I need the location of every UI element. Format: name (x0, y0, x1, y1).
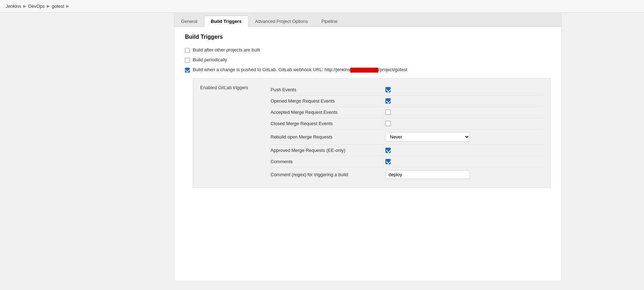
breadcrumb-jenkins[interactable]: Jenkins (6, 4, 21, 9)
trigger-control-opened-mr (385, 98, 391, 104)
input-comment-regex[interactable] (385, 170, 470, 179)
checkbox-build-after[interactable] (185, 48, 190, 53)
trigger-name-accepted-mr: Accepted Merge Request Events (271, 110, 380, 115)
webhook-redacted (350, 68, 378, 73)
trigger-row-comment-regex: Comment (regex) for triggering a build (271, 167, 543, 182)
trigger-row-push-events: Push Events (271, 84, 543, 95)
webhook-label: Build when a change is pushed to GitLab.… (193, 67, 407, 73)
checkbox-push-events[interactable] (385, 87, 391, 92)
check-row-build-periodically: Build periodically (185, 57, 551, 63)
trigger-row-opened-mr: Opened Merge Request Events (271, 95, 543, 107)
breadcrumb-gotest[interactable]: gotest (52, 4, 64, 9)
breadcrumb-devops[interactable]: DevOps (28, 4, 45, 9)
trigger-control-closed-mr (385, 121, 391, 126)
trigger-name-opened-mr: Opened Merge Request Events (271, 98, 380, 104)
trigger-name-push-events: Push Events (271, 87, 380, 92)
triggers-container: Enabled GitLab triggers Push Events Open… (193, 78, 551, 188)
tab-pipeline[interactable]: Pipeline (315, 16, 344, 27)
main-wrapper: General Build Triggers Advanced Project … (0, 13, 644, 280)
trigger-control-rebuild-mr: Never On push to source branch On push t… (385, 132, 470, 142)
checkbox-build-periodically[interactable] (185, 58, 190, 63)
select-rebuild-mr[interactable]: Never On push to source branch On push t… (385, 132, 470, 142)
content-body: Build Triggers Build after other project… (174, 27, 561, 195)
checkbox-comments[interactable] (385, 159, 391, 164)
trigger-control-comments (385, 159, 391, 164)
checkbox-closed-mr[interactable] (385, 121, 391, 126)
breadcrumb-sep-3: ▶ (66, 4, 69, 8)
gitlab-webhook-row: Build when a change is pushed to GitLab.… (185, 67, 551, 73)
tab-build-triggers[interactable]: Build Triggers (204, 16, 248, 27)
trigger-name-comment-regex: Comment (regex) for triggering a build (271, 172, 380, 177)
webhook-text-prefix: Build when a change is pushed to GitLab.… (193, 67, 350, 72)
trigger-row-closed-mr: Closed Merge Request Events (271, 118, 543, 129)
label-build-periodically: Build periodically (193, 57, 227, 62)
trigger-row-rebuild-mr: Rebuild open Merge Requests Never On pus… (271, 129, 543, 145)
breadcrumb-sep-1: ▶ (23, 4, 26, 8)
breadcrumb-sep-2: ▶ (47, 4, 50, 8)
triggers-list: Push Events Opened Merge Request Events (271, 84, 543, 182)
trigger-name-approved-mr: Approved Merge Requests (EE-only) (271, 148, 380, 153)
checkbox-accepted-mr[interactable] (385, 110, 391, 115)
breadcrumb: Jenkins ▶ DevOps ▶ gotest ▶ (0, 0, 644, 13)
checkbox-approved-mr[interactable] (385, 148, 391, 153)
gitlab-section: Build when a change is pushed to GitLab.… (185, 67, 551, 188)
trigger-control-push-events (385, 87, 391, 92)
trigger-control-approved-mr (385, 148, 391, 153)
tab-general[interactable]: General (174, 16, 204, 27)
label-build-after: Build after other projects are built (193, 47, 260, 53)
trigger-row-approved-mr: Approved Merge Requests (EE-only) (271, 145, 543, 156)
trigger-control-comment-regex (385, 170, 470, 179)
content-panel: General Build Triggers Advanced Project … (174, 13, 562, 280)
tabs-bar: General Build Triggers Advanced Project … (174, 13, 561, 27)
trigger-name-rebuild-mr: Rebuild open Merge Requests (271, 134, 380, 140)
checkbox-opened-mr[interactable] (385, 98, 391, 104)
triggers-label: Enabled GitLab triggers (200, 84, 271, 182)
webhook-text-suffix: /project/gotest (378, 67, 407, 72)
check-row-build-after: Build after other projects are built (185, 47, 551, 53)
tab-advanced-project-options[interactable]: Advanced Project Options (248, 16, 315, 27)
trigger-row-comments: Comments (271, 156, 543, 167)
trigger-name-closed-mr: Closed Merge Request Events (271, 121, 380, 126)
checkbox-gitlab-build[interactable] (185, 68, 190, 73)
section-title: Build Triggers (185, 34, 551, 40)
trigger-name-comments: Comments (271, 159, 380, 164)
trigger-control-accepted-mr (385, 110, 391, 115)
trigger-row-accepted-mr: Accepted Merge Request Events (271, 107, 543, 118)
